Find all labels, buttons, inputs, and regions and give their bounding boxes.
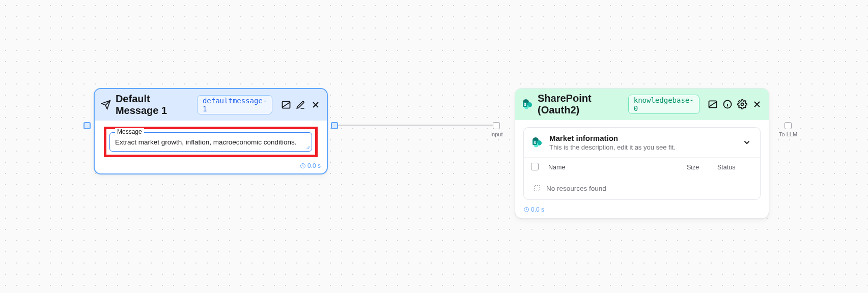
resource-description: This is the description, edit it as you … bbox=[549, 143, 676, 151]
port-label-to-llm: To LLM bbox=[779, 131, 797, 137]
note-icon[interactable] bbox=[281, 99, 291, 111]
table-header: Name Size Status bbox=[524, 157, 760, 177]
select-all-checkbox[interactable] bbox=[531, 163, 539, 170]
field-label: Message bbox=[115, 128, 144, 135]
column-size: Size bbox=[687, 164, 717, 171]
column-name: Name bbox=[545, 164, 687, 171]
note-icon[interactable] bbox=[708, 98, 718, 110]
input-port-node1[interactable] bbox=[83, 122, 91, 129]
info-icon[interactable] bbox=[722, 98, 733, 110]
svg-text:S: S bbox=[534, 141, 536, 144]
highlight-annotation: Message Extract market growth, inflation… bbox=[104, 127, 318, 157]
node-id-badge: knowledgebase-0 bbox=[628, 95, 699, 114]
sharepoint-icon: S bbox=[521, 98, 534, 110]
node-header[interactable]: S SharePoint (Oauth2) knowledgebase-0 bbox=[515, 89, 769, 120]
node-footer: 0.0 s bbox=[95, 161, 327, 173]
message-field[interactable]: Message Extract market growth, inflation… bbox=[109, 132, 312, 152]
output-port-node1[interactable] bbox=[331, 122, 338, 129]
edit-icon[interactable] bbox=[295, 99, 306, 111]
clock-icon bbox=[300, 163, 306, 169]
resize-handle-icon[interactable] bbox=[306, 145, 310, 150]
node-title: Default Message 1 bbox=[116, 93, 193, 116]
node-header[interactable]: Default Message 1 defaultmessage-1 bbox=[95, 89, 327, 121]
close-icon[interactable] bbox=[310, 99, 321, 111]
resource-title: Market information bbox=[549, 134, 676, 142]
output-port-node2[interactable] bbox=[785, 122, 792, 129]
svg-point-9 bbox=[741, 103, 744, 106]
close-icon[interactable] bbox=[752, 98, 763, 110]
sharepoint-icon: S bbox=[531, 136, 543, 149]
node-sharepoint[interactable]: S SharePoint (Oauth2) knowledgebase-0 S … bbox=[515, 88, 769, 219]
node-title: SharePoint (Oauth2) bbox=[538, 93, 624, 116]
svg-rect-15 bbox=[535, 186, 540, 191]
node-id-badge: defaultmessage-1 bbox=[197, 95, 272, 114]
svg-text:S: S bbox=[524, 103, 526, 106]
port-label-input: Input bbox=[490, 131, 502, 137]
chevron-down-icon[interactable] bbox=[741, 136, 753, 149]
column-status: Status bbox=[717, 164, 753, 171]
node-footer: 0.0 s bbox=[515, 202, 769, 218]
input-port-node2[interactable] bbox=[493, 122, 500, 129]
node-default-message[interactable]: Default Message 1 defaultmessage-1 Messa… bbox=[94, 88, 328, 174]
clock-icon bbox=[523, 207, 529, 213]
resource-header[interactable]: S Market information This is the descrip… bbox=[524, 128, 760, 157]
empty-icon bbox=[533, 184, 541, 192]
message-text[interactable]: Extract market growth, inflation, macroe… bbox=[115, 138, 306, 147]
send-icon bbox=[101, 99, 111, 111]
gear-icon[interactable] bbox=[737, 98, 748, 110]
resource-card: S Market information This is the descrip… bbox=[523, 127, 761, 200]
empty-state: No resources found bbox=[524, 177, 760, 199]
